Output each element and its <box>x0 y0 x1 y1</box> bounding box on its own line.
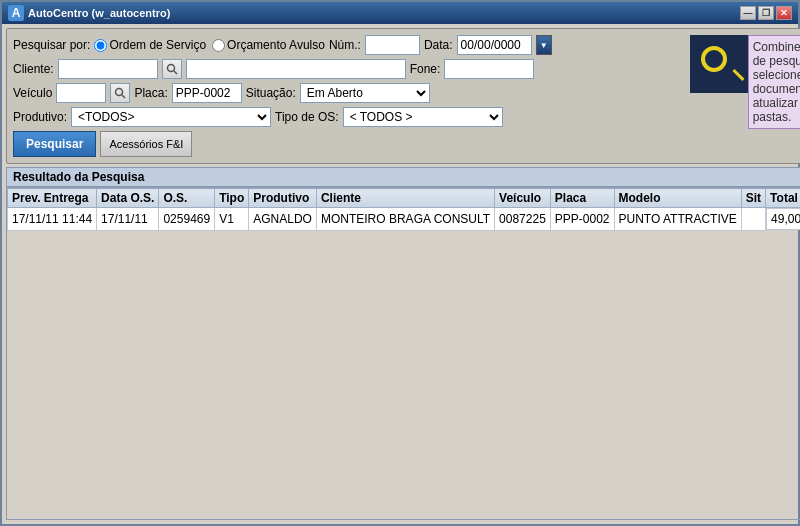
col-total: Total <box>766 189 800 208</box>
svg-line-1 <box>174 71 177 74</box>
col-veiculo: Veículo <box>495 189 551 208</box>
table-cell: MONTEIRO BRAGA CONSULT <box>316 208 494 231</box>
col-modelo: Modelo <box>614 189 741 208</box>
col-sit: Sit <box>741 189 765 208</box>
mag-handle <box>732 69 744 81</box>
fone-label: Fone: <box>410 62 441 76</box>
main-panel: Pesquisar por: Ordem de Serviço Orçament… <box>2 24 800 524</box>
data-label: Data: <box>424 38 453 52</box>
buttons-row: Pesquisar Acessórios F&I <box>13 131 684 157</box>
radio-group: Ordem de Serviço Orçamento Avulso <box>94 38 325 52</box>
table-cell <box>741 208 765 231</box>
search-area: Pesquisar por: Ordem de Serviço Orçament… <box>6 28 800 164</box>
situacao-select[interactable]: Em Aberto Fechado Todos <box>300 83 430 103</box>
data-input[interactable] <box>457 35 532 55</box>
titlebar: A AutoCentro (w_autocentro) — ❐ ✕ <box>2 2 798 24</box>
content-area: Pesquisar por: Ordem de Serviço Orçament… <box>2 24 798 524</box>
search-image <box>690 35 748 93</box>
radio-orcamento-label[interactable]: Orçamento Avulso <box>212 38 325 52</box>
ad-panel: Combine as opções de pesquisa e selecion… <box>748 35 800 129</box>
svg-point-0 <box>167 65 174 72</box>
tipo-os-select[interactable]: < TODOS > <box>343 107 503 127</box>
table-cell: 17/11/11 <box>97 208 159 231</box>
radio-ordem-label[interactable]: Ordem de Serviço <box>94 38 206 52</box>
app-icon: A <box>8 5 24 21</box>
table-cell: 17/11/11 11:44 <box>8 208 97 231</box>
fone-input[interactable] <box>444 59 534 79</box>
table-cell: 0087225 <box>495 208 551 231</box>
mag-circle <box>701 46 727 72</box>
radio-orcamento-avulso[interactable] <box>212 39 225 52</box>
radio-ordem-servico[interactable] <box>94 39 107 52</box>
cliente-input[interactable] <box>58 59 158 79</box>
col-prev-entrega: Prev. Entrega <box>8 189 97 208</box>
produtivo-select[interactable]: <TODOS> <box>71 107 271 127</box>
close-button[interactable]: ✕ <box>776 6 792 20</box>
col-tipo: Tipo <box>215 189 249 208</box>
veiculo-search-icon[interactable] <box>110 83 130 103</box>
results-header: Resultado da Pesquisa <box>6 167 800 187</box>
table-cell: 49,00📁 <box>766 208 800 230</box>
cliente-name-input[interactable] <box>186 59 406 79</box>
cliente-search-icon[interactable] <box>162 59 182 79</box>
results-section: Resultado da Pesquisa Prev. Entrega Data… <box>6 167 800 520</box>
produtivo-row: Produtivo: <TODOS> Tipo de OS: < TODOS > <box>13 107 684 127</box>
svg-point-2 <box>116 89 123 96</box>
tipo-os-label: Tipo de OS: <box>275 110 339 124</box>
ad-text: Combine as opções de pesquisa e selecion… <box>753 40 800 124</box>
table-header-row: Prev. Entrega Data O.S. O.S. Tipo Produt… <box>8 189 801 208</box>
pesquisar-por-label: Pesquisar por: <box>13 38 90 52</box>
num-input[interactable] <box>365 35 420 55</box>
table-cell: V1 <box>215 208 249 231</box>
minimize-button[interactable]: — <box>740 6 756 20</box>
cliente-label: Cliente: <box>13 62 54 76</box>
cliente-row: Cliente: Fone: <box>13 59 684 79</box>
acessorios-button[interactable]: Acessórios F&I <box>100 131 192 157</box>
col-placa: Placa <box>550 189 614 208</box>
restore-button[interactable]: ❐ <box>758 6 774 20</box>
placa-label: Placa: <box>134 86 167 100</box>
table-cell: AGNALDO <box>249 208 317 231</box>
table-row[interactable]: 17/11/11 11:4417/11/110259469V1AGNALDOMO… <box>8 208 801 231</box>
num-label: Núm.: <box>329 38 361 52</box>
situacao-label: Situação: <box>246 86 296 100</box>
col-os: O.S. <box>159 189 215 208</box>
col-cliente: Cliente <box>316 189 494 208</box>
svg-line-3 <box>122 95 125 98</box>
veiculo-label: Veículo <box>13 86 52 100</box>
veiculo-row: Veículo Placa: Situação: Em Aberto Fecha… <box>13 83 684 103</box>
col-produtivo: Produtivo <box>249 189 317 208</box>
window-title: AutoCentro (w_autocentro) <box>28 7 170 19</box>
pesquisar-button[interactable]: Pesquisar <box>13 131 96 157</box>
veiculo-input[interactable] <box>56 83 106 103</box>
search-type-row: Pesquisar por: Ordem de Serviço Orçament… <box>13 35 684 55</box>
window-controls: — ❐ ✕ <box>740 6 792 20</box>
table-cell: PUNTO ATTRACTIVE <box>614 208 741 231</box>
magnify-icon <box>699 44 739 84</box>
results-table-wrapper[interactable]: Prev. Entrega Data O.S. O.S. Tipo Produt… <box>6 187 800 520</box>
main-window: A AutoCentro (w_autocentro) — ❐ ✕ Pesqui… <box>0 0 800 526</box>
table-cell: 0259469 <box>159 208 215 231</box>
produtivo-label: Produtivo: <box>13 110 67 124</box>
results-table: Prev. Entrega Data O.S. O.S. Tipo Produt… <box>7 188 800 231</box>
date-dropdown-button[interactable]: ▼ <box>536 35 552 55</box>
col-data-os: Data O.S. <box>97 189 159 208</box>
table-cell: PPP-0002 <box>550 208 614 231</box>
placa-input[interactable] <box>172 83 242 103</box>
